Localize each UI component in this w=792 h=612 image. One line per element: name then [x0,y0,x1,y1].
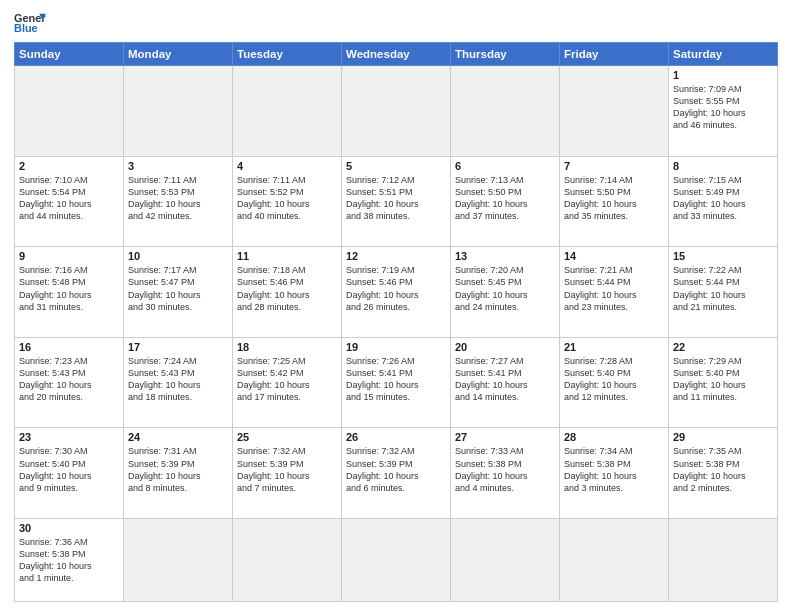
day-info: Sunrise: 7:24 AM Sunset: 5:43 PM Dayligh… [128,355,228,404]
calendar-cell-week5-day2: 24Sunrise: 7:31 AM Sunset: 5:39 PM Dayli… [124,428,233,519]
day-number: 26 [346,431,446,443]
calendar-cell-week1-day7: 1Sunrise: 7:09 AM Sunset: 5:55 PM Daylig… [669,66,778,157]
calendar-cell-week5-day7: 29Sunrise: 7:35 AM Sunset: 5:38 PM Dayli… [669,428,778,519]
header: General Blue [14,10,778,36]
day-number: 25 [237,431,337,443]
calendar-week-6: 30Sunrise: 7:36 AM Sunset: 5:38 PM Dayli… [15,519,778,602]
day-info: Sunrise: 7:36 AM Sunset: 5:38 PM Dayligh… [19,536,119,585]
calendar-cell-week4-day6: 21Sunrise: 7:28 AM Sunset: 5:40 PM Dayli… [560,337,669,428]
day-number: 16 [19,341,119,353]
calendar-week-5: 23Sunrise: 7:30 AM Sunset: 5:40 PM Dayli… [15,428,778,519]
calendar-cell-week5-day1: 23Sunrise: 7:30 AM Sunset: 5:40 PM Dayli… [15,428,124,519]
day-number: 13 [455,250,555,262]
calendar-cell-week4-day2: 17Sunrise: 7:24 AM Sunset: 5:43 PM Dayli… [124,337,233,428]
day-info: Sunrise: 7:15 AM Sunset: 5:49 PM Dayligh… [673,174,773,223]
day-info: Sunrise: 7:10 AM Sunset: 5:54 PM Dayligh… [19,174,119,223]
day-info: Sunrise: 7:32 AM Sunset: 5:39 PM Dayligh… [346,445,446,494]
calendar-week-4: 16Sunrise: 7:23 AM Sunset: 5:43 PM Dayli… [15,337,778,428]
day-info: Sunrise: 7:09 AM Sunset: 5:55 PM Dayligh… [673,83,773,132]
calendar-cell-week1-day1 [15,66,124,157]
calendar-header-row: SundayMondayTuesdayWednesdayThursdayFrid… [15,43,778,66]
day-number: 29 [673,431,773,443]
day-number: 19 [346,341,446,353]
day-info: Sunrise: 7:34 AM Sunset: 5:38 PM Dayligh… [564,445,664,494]
calendar-header-thursday: Thursday [451,43,560,66]
day-number: 20 [455,341,555,353]
calendar-cell-week5-day3: 25Sunrise: 7:32 AM Sunset: 5:39 PM Dayli… [233,428,342,519]
day-number: 17 [128,341,228,353]
calendar-cell-week3-day6: 14Sunrise: 7:21 AM Sunset: 5:44 PM Dayli… [560,247,669,338]
day-info: Sunrise: 7:35 AM Sunset: 5:38 PM Dayligh… [673,445,773,494]
calendar-cell-week5-day6: 28Sunrise: 7:34 AM Sunset: 5:38 PM Dayli… [560,428,669,519]
calendar-cell-week4-day1: 16Sunrise: 7:23 AM Sunset: 5:43 PM Dayli… [15,337,124,428]
day-info: Sunrise: 7:14 AM Sunset: 5:50 PM Dayligh… [564,174,664,223]
day-info: Sunrise: 7:11 AM Sunset: 5:52 PM Dayligh… [237,174,337,223]
calendar-cell-week5-day4: 26Sunrise: 7:32 AM Sunset: 5:39 PM Dayli… [342,428,451,519]
svg-text:Blue: Blue [14,22,38,34]
day-info: Sunrise: 7:17 AM Sunset: 5:47 PM Dayligh… [128,264,228,313]
day-number: 1 [673,69,773,81]
day-number: 11 [237,250,337,262]
day-number: 8 [673,160,773,172]
calendar-cell-week5-day5: 27Sunrise: 7:33 AM Sunset: 5:38 PM Dayli… [451,428,560,519]
day-info: Sunrise: 7:12 AM Sunset: 5:51 PM Dayligh… [346,174,446,223]
day-info: Sunrise: 7:20 AM Sunset: 5:45 PM Dayligh… [455,264,555,313]
calendar-cell-week4-day3: 18Sunrise: 7:25 AM Sunset: 5:42 PM Dayli… [233,337,342,428]
generalblue-logo-icon: General Blue [14,10,46,36]
day-number: 5 [346,160,446,172]
day-number: 28 [564,431,664,443]
day-number: 2 [19,160,119,172]
day-info: Sunrise: 7:32 AM Sunset: 5:39 PM Dayligh… [237,445,337,494]
day-number: 15 [673,250,773,262]
calendar-cell-week6-day4 [342,519,451,602]
calendar-header-sunday: Sunday [15,43,124,66]
calendar-cell-week6-day7 [669,519,778,602]
calendar-cell-week3-day3: 11Sunrise: 7:18 AM Sunset: 5:46 PM Dayli… [233,247,342,338]
calendar-cell-week2-day5: 6Sunrise: 7:13 AM Sunset: 5:50 PM Daylig… [451,156,560,247]
day-info: Sunrise: 7:30 AM Sunset: 5:40 PM Dayligh… [19,445,119,494]
calendar-cell-week3-day5: 13Sunrise: 7:20 AM Sunset: 5:45 PM Dayli… [451,247,560,338]
day-info: Sunrise: 7:33 AM Sunset: 5:38 PM Dayligh… [455,445,555,494]
day-number: 22 [673,341,773,353]
page: General Blue SundayMondayTuesdayWednesda… [0,0,792,612]
calendar-header-wednesday: Wednesday [342,43,451,66]
calendar-cell-week2-day6: 7Sunrise: 7:14 AM Sunset: 5:50 PM Daylig… [560,156,669,247]
calendar-table: SundayMondayTuesdayWednesdayThursdayFrid… [14,42,778,602]
calendar-week-3: 9Sunrise: 7:16 AM Sunset: 5:48 PM Daylig… [15,247,778,338]
calendar-cell-week1-day3 [233,66,342,157]
day-number: 9 [19,250,119,262]
day-number: 3 [128,160,228,172]
calendar-cell-week1-day2 [124,66,233,157]
calendar-cell-week2-day7: 8Sunrise: 7:15 AM Sunset: 5:49 PM Daylig… [669,156,778,247]
day-info: Sunrise: 7:22 AM Sunset: 5:44 PM Dayligh… [673,264,773,313]
calendar-cell-week3-day1: 9Sunrise: 7:16 AM Sunset: 5:48 PM Daylig… [15,247,124,338]
calendar-cell-week1-day6 [560,66,669,157]
calendar-cell-week4-day4: 19Sunrise: 7:26 AM Sunset: 5:41 PM Dayli… [342,337,451,428]
day-info: Sunrise: 7:25 AM Sunset: 5:42 PM Dayligh… [237,355,337,404]
calendar-cell-week6-day3 [233,519,342,602]
calendar-header-tuesday: Tuesday [233,43,342,66]
day-info: Sunrise: 7:13 AM Sunset: 5:50 PM Dayligh… [455,174,555,223]
calendar-cell-week3-day2: 10Sunrise: 7:17 AM Sunset: 5:47 PM Dayli… [124,247,233,338]
calendar-cell-week3-day4: 12Sunrise: 7:19 AM Sunset: 5:46 PM Dayli… [342,247,451,338]
calendar-cell-week6-day2 [124,519,233,602]
day-number: 21 [564,341,664,353]
day-number: 24 [128,431,228,443]
calendar-cell-week4-day5: 20Sunrise: 7:27 AM Sunset: 5:41 PM Dayli… [451,337,560,428]
calendar-cell-week2-day4: 5Sunrise: 7:12 AM Sunset: 5:51 PM Daylig… [342,156,451,247]
day-info: Sunrise: 7:29 AM Sunset: 5:40 PM Dayligh… [673,355,773,404]
calendar-cell-week3-day7: 15Sunrise: 7:22 AM Sunset: 5:44 PM Dayli… [669,247,778,338]
day-number: 23 [19,431,119,443]
day-info: Sunrise: 7:11 AM Sunset: 5:53 PM Dayligh… [128,174,228,223]
calendar-cell-week6-day6 [560,519,669,602]
calendar-cell-week4-day7: 22Sunrise: 7:29 AM Sunset: 5:40 PM Dayli… [669,337,778,428]
day-number: 4 [237,160,337,172]
calendar-header-friday: Friday [560,43,669,66]
calendar-week-2: 2Sunrise: 7:10 AM Sunset: 5:54 PM Daylig… [15,156,778,247]
calendar-cell-week6-day1: 30Sunrise: 7:36 AM Sunset: 5:38 PM Dayli… [15,519,124,602]
calendar-week-1: 1Sunrise: 7:09 AM Sunset: 5:55 PM Daylig… [15,66,778,157]
day-number: 30 [19,522,119,534]
logo: General Blue [14,10,46,36]
day-number: 18 [237,341,337,353]
day-info: Sunrise: 7:31 AM Sunset: 5:39 PM Dayligh… [128,445,228,494]
